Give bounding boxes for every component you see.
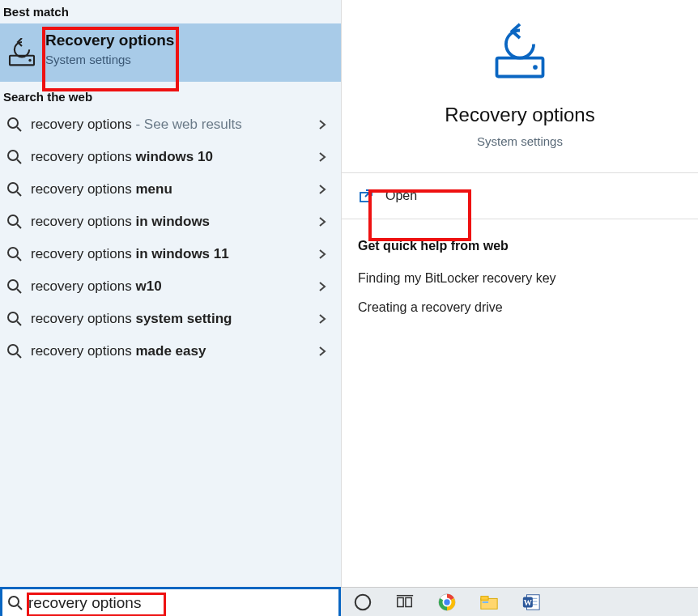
svg-rect-32 (483, 601, 488, 603)
svg-line-17 (17, 354, 21, 358)
chevron-right-icon[interactable] (317, 151, 328, 163)
chevron-right-icon[interactable] (317, 216, 328, 227)
search-web-header: Search the web (0, 82, 341, 108)
web-result-item[interactable]: recovery options windows 10 (0, 141, 341, 173)
search-icon (6, 343, 23, 359)
word-icon[interactable]: W (521, 592, 542, 613)
svg-point-19 (533, 65, 538, 70)
svg-rect-31 (481, 596, 488, 600)
search-icon (6, 311, 23, 327)
svg-line-9 (17, 224, 21, 228)
open-button[interactable]: Open (342, 173, 698, 219)
detail-subtitle: System settings (477, 134, 563, 148)
svg-point-8 (8, 215, 18, 225)
quick-help-title: Get quick help from web (358, 239, 682, 253)
best-match-subtitle: System settings (45, 53, 174, 66)
quick-help-section: Get quick help from web Finding my BitLo… (342, 219, 698, 338)
search-icon (7, 595, 23, 611)
web-result-item[interactable]: recovery options in windows (0, 206, 341, 238)
detail-title: Recovery options (445, 104, 594, 126)
best-match-header: Best match (0, 0, 341, 23)
chrome-icon[interactable] (436, 592, 458, 613)
svg-line-22 (18, 605, 22, 610)
open-label: Open (385, 189, 417, 203)
web-result-item[interactable]: recovery options w10 (0, 270, 341, 303)
web-result-item[interactable]: recovery options menu (0, 173, 341, 206)
web-result-item[interactable]: recovery options made easy (0, 335, 341, 367)
web-result-item[interactable]: recovery options system setting (0, 303, 341, 335)
svg-point-2 (8, 118, 18, 128)
taskbar: W (341, 587, 698, 616)
web-result-text: recovery options system setting (31, 311, 317, 327)
chevron-right-icon[interactable] (317, 281, 328, 292)
web-result-text: recovery options in windows (31, 214, 317, 230)
detail-pane: Recovery options System settings Open Ge… (341, 0, 698, 587)
web-result-text: recovery options made easy (31, 343, 317, 359)
recovery-icon (489, 23, 551, 84)
search-results-pane: Best match Recovery options System setti… (0, 0, 341, 587)
web-result-text: recovery options w10 (31, 278, 317, 295)
chevron-right-icon[interactable] (317, 249, 328, 260)
svg-line-3 (17, 127, 21, 131)
chevron-right-icon[interactable] (317, 313, 328, 325)
web-result-text: recovery options menu (31, 181, 317, 198)
web-result-text: recovery options in windows 11 (31, 246, 317, 262)
svg-line-7 (17, 192, 21, 196)
search-bar[interactable] (0, 587, 341, 616)
search-icon (6, 181, 23, 198)
search-icon (6, 278, 23, 295)
search-icon (6, 149, 23, 165)
chevron-right-icon[interactable] (317, 119, 328, 130)
svg-line-13 (17, 289, 21, 293)
svg-point-1 (28, 59, 31, 62)
recovery-icon (5, 36, 39, 72)
search-icon (6, 214, 23, 230)
help-link-bitlocker[interactable]: Finding my BitLocker recovery key (358, 271, 682, 286)
svg-point-10 (8, 248, 18, 257)
help-link-recovery-drive[interactable]: Creating a recovery drive (358, 300, 682, 315)
svg-line-11 (17, 257, 21, 261)
file-explorer-icon[interactable] (479, 592, 500, 613)
search-icon (6, 246, 23, 262)
task-view-icon[interactable] (394, 592, 415, 613)
chevron-right-icon[interactable] (317, 346, 328, 357)
svg-point-12 (8, 280, 18, 290)
svg-point-23 (355, 594, 370, 609)
svg-text:W: W (524, 597, 532, 606)
open-external-icon (358, 188, 374, 204)
web-result-text: recovery options - See web results (31, 117, 317, 133)
svg-point-16 (8, 345, 18, 355)
svg-line-5 (17, 159, 21, 164)
svg-point-4 (8, 151, 18, 160)
best-match-title: Recovery options (45, 32, 174, 49)
svg-point-6 (8, 183, 18, 193)
svg-line-15 (17, 321, 21, 325)
svg-rect-24 (398, 597, 403, 606)
svg-rect-25 (406, 597, 411, 606)
svg-point-14 (8, 312, 18, 322)
web-result-text: recovery options windows 10 (31, 149, 317, 165)
svg-point-21 (9, 597, 19, 606)
search-icon (6, 117, 23, 133)
web-result-item[interactable]: recovery options - See web results (0, 108, 341, 141)
chevron-right-icon[interactable] (317, 184, 328, 195)
web-result-list: recovery options - See web resultsrecove… (0, 108, 341, 367)
cortana-icon[interactable] (352, 592, 373, 613)
detail-header: Recovery options System settings (342, 0, 698, 172)
search-input[interactable] (28, 594, 271, 612)
best-match-result[interactable]: Recovery options System settings (0, 23, 341, 82)
web-result-item[interactable]: recovery options in windows 11 (0, 238, 341, 270)
